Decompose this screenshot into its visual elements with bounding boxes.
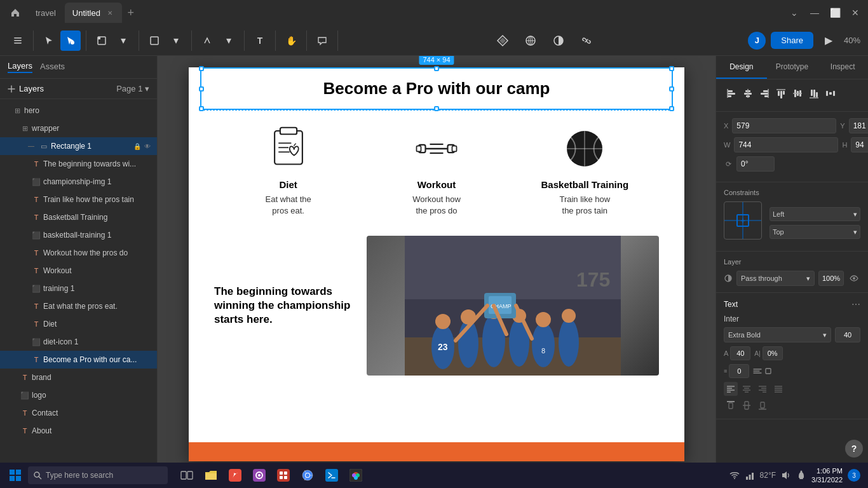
add-layer-icon[interactable] [8, 85, 15, 93]
tab-untitled[interactable]: Untitled ✕ [65, 3, 122, 23]
layer-workout-how[interactable]: T Workout how the pros do [0, 244, 157, 262]
pen-tool[interactable] [197, 30, 217, 51]
layer-logo[interactable]: ⬛ logo [0, 386, 157, 404]
font-weight-select[interactable]: Extra Bold ▾ [724, 327, 831, 342]
taskbar-vscode[interactable] [320, 464, 343, 487]
text-more-icon[interactable]: ⋯ [851, 299, 860, 309]
layer-become-pro[interactable]: T Become a Pro with our ca... [0, 351, 157, 369]
grid-icon[interactable] [520, 30, 541, 51]
text-valign-middle[interactable] [740, 398, 754, 412]
link-icon[interactable] [576, 30, 597, 51]
pen-dropdown[interactable]: ▾ [219, 30, 239, 51]
align-right[interactable] [757, 86, 772, 101]
h-constraint-dropdown[interactable]: Left ▾ [770, 207, 860, 221]
layer-hero[interactable]: ⊞ hero [0, 102, 157, 119]
text-tool[interactable]: T [250, 30, 270, 51]
layer-basketball-img[interactable]: ⬛ basketball-training 1 [0, 226, 157, 244]
canvas-area[interactable]: hero 744 × 94 [158, 56, 715, 463]
taskbar-search[interactable]: Type here to search [28, 466, 168, 484]
layers-tab[interactable]: Layers [8, 61, 32, 73]
scale-tool[interactable] [60, 30, 81, 51]
share-button[interactable]: Share [771, 32, 813, 49]
letter-spacing-pct-input[interactable] [763, 346, 783, 360]
layer-beginning[interactable]: T The beginning towards wi... [0, 155, 157, 173]
design-frame[interactable]: 744 × 94 Become a Pro with our camp [189, 67, 684, 461]
align-top[interactable] [773, 86, 789, 101]
taskbar-swift[interactable] [224, 464, 247, 487]
handle-tc[interactable] [434, 66, 439, 71]
tab-add-button[interactable]: + [123, 5, 139, 20]
layer-about[interactable]: T About [0, 422, 157, 440]
taskbar-figma[interactable] [344, 464, 367, 487]
design-tab[interactable]: Design [716, 56, 767, 79]
taskbar-chrome[interactable] [296, 464, 319, 487]
component-icon[interactable] [492, 30, 513, 51]
zoom-level[interactable]: 40% [844, 36, 860, 45]
prototype-tab[interactable]: Prototype [767, 56, 818, 79]
layer-training-img[interactable]: ⬛ training 1 [0, 280, 157, 297]
text-valign-top[interactable] [724, 398, 738, 412]
tab-travel[interactable]: travel [28, 3, 64, 23]
page-indicator[interactable]: Page 1 ▾ [116, 84, 149, 93]
text-valign-bottom[interactable] [756, 398, 770, 412]
close-button[interactable]: ✕ [848, 5, 863, 20]
frame-dropdown[interactable]: ▾ [113, 30, 133, 51]
layer-basketball-training[interactable]: T Basketball Training [0, 208, 157, 226]
h-input[interactable] [851, 137, 868, 152]
handle-ml[interactable] [199, 86, 204, 92]
text-align-center[interactable] [740, 382, 754, 396]
tab-close-icon[interactable]: ✕ [105, 8, 114, 17]
taskbar-app-5[interactable] [272, 464, 295, 487]
windows-start-button[interactable] [5, 465, 25, 485]
opacity-input[interactable] [818, 271, 844, 286]
layer-rectangle1[interactable]: ▭ Rectangle 1 🔒 👁 [0, 137, 157, 155]
taskbar-file-explorer[interactable] [200, 464, 222, 487]
x-input[interactable] [732, 118, 836, 133]
layer-championship-img[interactable]: ⬛ championship-img 1 [0, 173, 157, 191]
layer-eat[interactable]: T Eat what the pros eat. [0, 297, 157, 315]
handle-tr[interactable] [669, 66, 674, 71]
menu-tool[interactable] [8, 30, 28, 51]
align-center-h[interactable] [740, 86, 756, 101]
text-align-left[interactable] [724, 382, 738, 396]
layer-train[interactable]: T Train like how the pros tain [0, 191, 157, 208]
w-input[interactable] [734, 137, 838, 152]
font-size-input[interactable] [835, 327, 860, 342]
layer-contact[interactable]: T Contact [0, 404, 157, 422]
rotation-input[interactable] [736, 156, 775, 172]
layer-wrapper[interactable]: ⊞ wrapper [0, 119, 157, 137]
dropdown-button[interactable]: ⌄ [787, 5, 802, 20]
inspect-tab[interactable]: Inspect [817, 56, 868, 79]
text-align-justify[interactable] [771, 382, 785, 396]
align-center-v[interactable] [790, 86, 805, 101]
home-button[interactable] [5, 3, 25, 23]
distribute-h[interactable] [823, 86, 838, 101]
help-button[interactable]: ? [845, 440, 863, 458]
frame-tool[interactable] [92, 30, 112, 51]
visibility-toggle[interactable] [848, 272, 860, 285]
line-height-input[interactable] [729, 364, 749, 378]
v-constraint-dropdown[interactable]: Top ▾ [770, 225, 860, 239]
taskbar-task-view[interactable] [175, 464, 198, 487]
handle-mr[interactable] [669, 86, 674, 92]
layer-brand[interactable]: T brand [0, 369, 157, 386]
text-align-right[interactable] [756, 382, 770, 396]
blend-mode-select[interactable]: Pass through ▾ [736, 271, 815, 286]
shape-tool[interactable] [144, 30, 165, 51]
align-bottom[interactable] [806, 86, 822, 101]
layer-workout[interactable]: T Workout [0, 262, 157, 280]
notification-count-badge[interactable]: 3 [848, 469, 860, 482]
taskbar-purple-app[interactable] [248, 464, 271, 487]
maximize-button[interactable]: ⬜ [827, 5, 843, 20]
layer-diet[interactable]: T Diet [0, 315, 157, 333]
move-tool[interactable] [39, 30, 59, 51]
handle-tl[interactable] [199, 66, 204, 71]
assets-tab[interactable]: Assets [40, 62, 65, 72]
y-input[interactable] [849, 118, 868, 133]
layer-diet-icon[interactable]: ⬛ diet-icon 1 [0, 333, 157, 351]
minimize-button[interactable]: — [807, 5, 822, 20]
comment-tool[interactable] [312, 30, 332, 51]
user-avatar[interactable]: J [748, 32, 766, 50]
play-button[interactable]: ▶ [818, 30, 839, 51]
contrast-icon[interactable] [548, 30, 569, 51]
